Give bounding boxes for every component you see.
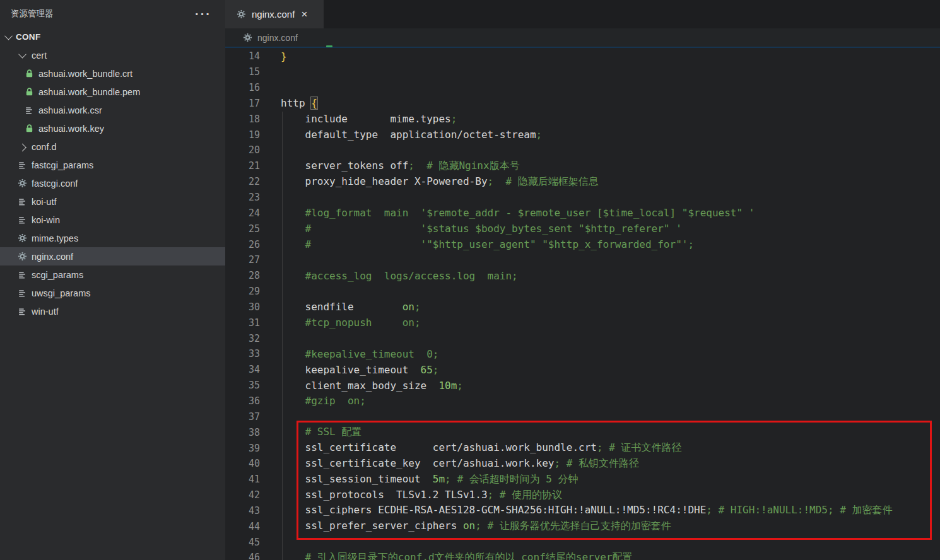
code-line-24[interactable]: 24 #log_format main '$remote_addr - $rem…: [225, 205, 940, 221]
line-number: 26: [225, 239, 260, 250]
tree-item-koi-win[interactable]: koi-win: [0, 211, 225, 229]
line-content: sendfile on;: [260, 301, 421, 313]
line-content: #tcp_nopush on;: [260, 317, 421, 329]
tree-item-label: mime.types: [32, 233, 78, 243]
code-line-19[interactable]: 19 default_type application/octet-stream…: [225, 127, 940, 143]
close-icon[interactable]: ×: [301, 9, 307, 20]
code-area[interactable]: 14}151617http {18 include mime.types;19 …: [225, 49, 940, 560]
tree-item-cert[interactable]: cert: [0, 46, 225, 64]
line-content: #access_log logs/access.log main;: [260, 270, 518, 282]
file-icon: [24, 105, 34, 115]
line-content: #log_format main '$remote_addr - $remote…: [260, 207, 755, 219]
tree-item-ashuai-work-bundle-crt[interactable]: ashuai.work_bundle.crt: [0, 64, 225, 83]
line-number: 23: [225, 192, 260, 203]
code-line-25[interactable]: 25 # '$status $body_bytes_sent "$http_re…: [225, 221, 940, 236]
code-line-15[interactable]: 15: [225, 64, 940, 80]
code-line-27[interactable]: 27: [225, 252, 940, 268]
line-number: 15: [225, 66, 260, 78]
line-number: 28: [225, 270, 260, 281]
line-content: proxy_hide_header X-Powered-By; # 隐藏后端框架…: [260, 175, 599, 189]
tree-root-conf[interactable]: CONF: [0, 28, 225, 46]
indent-guide: [282, 112, 283, 560]
tree-item-ashuai-work-key[interactable]: ashuai.work.key: [0, 119, 225, 137]
code-line-37[interactable]: 37: [225, 409, 940, 424]
line-content: # '"$http_user_agent" "$http_x_forwarded…: [260, 238, 694, 250]
code-line-28[interactable]: 28 #access_log logs/access.log main;: [225, 268, 940, 284]
line-content: ssl_session_timeout 5m; # 会话超时时间为 5 分钟: [260, 473, 579, 486]
tree-item-mime-types[interactable]: mime.types: [0, 229, 225, 247]
code-line-21[interactable]: 21 server_tokens off; # 隐藏Nginx版本号: [225, 158, 940, 174]
line-content: client_max_body_size 10m;: [260, 380, 463, 392]
vscode-window: 资源管理器 ··· CONF certashuai.work_bundle.cr…: [0, 0, 940, 560]
tree-item-ashuai-work-bundle-pem[interactable]: ashuai.work_bundle.pem: [0, 83, 225, 101]
line-content: ssl_protocols TLSv1.2 TLSv1.3; # 使用的协议: [260, 489, 562, 502]
more-actions-icon[interactable]: ···: [195, 11, 211, 17]
line-number: 38: [225, 427, 260, 438]
tree-item-nginx-conf[interactable]: nginx.conf: [0, 247, 225, 265]
tree-item-fastcgi-params[interactable]: fastcgi_params: [0, 156, 225, 174]
file-icon: [17, 160, 27, 170]
gear-icon: [17, 178, 27, 189]
tree-item-label: ashuai.work.csr: [38, 105, 102, 115]
tab-nginx-conf[interactable]: nginx.conf ×: [225, 0, 324, 28]
tree-item-label: nginx.conf: [32, 252, 73, 262]
line-number: 32: [225, 333, 260, 344]
code-line-33[interactable]: 33 #keepalive_timeout 0;: [225, 346, 940, 362]
code-line-14[interactable]: 14}: [225, 49, 940, 64]
tree-item-label: ashuai.work_bundle.crt: [38, 69, 132, 79]
code-line-26[interactable]: 26 # '"$http_user_agent" "$http_x_forwar…: [225, 236, 940, 252]
line-content: }: [260, 50, 287, 62]
tree-item-uwsgi-params[interactable]: uwsgi_params: [0, 284, 225, 302]
line-content: ssl_certificate cert/ashuai.work_bundle.…: [260, 441, 681, 455]
chevron-down-icon: [17, 50, 27, 61]
line-content: default_type application/octet-stream;: [260, 129, 542, 141]
tree-item-koi-utf[interactable]: koi-utf: [0, 192, 225, 211]
code-line-34[interactable]: 34 keepalive_timeout 65;: [225, 362, 940, 378]
tree-item-ashuai-work-csr[interactable]: ashuai.work.csr: [0, 101, 225, 119]
line-number: 44: [225, 521, 260, 532]
tree-item-win-utf[interactable]: win-utf: [0, 302, 225, 320]
code-line-16[interactable]: 16: [225, 80, 940, 96]
breadcrumb[interactable]: nginx.conf: [225, 28, 940, 48]
tree-item-conf-d[interactable]: conf.d: [0, 137, 225, 156]
line-content: keepalive_timeout 65;: [260, 364, 438, 376]
code-line-36[interactable]: 36 #gzip on;: [225, 394, 940, 409]
line-content: ssl_certificate_key cert/ashuai.work.key…: [260, 457, 639, 470]
editor-pane: nginx.conf × nginx.conf 14}151617http {1…: [225, 0, 940, 560]
code-line-46[interactable]: 46 # 引入同级目录下的conf.d文件夹的所有的以 conf结尾的serve…: [225, 550, 940, 560]
tree-item-label: cert: [32, 50, 47, 61]
code-line-32[interactable]: 32: [225, 330, 940, 346]
code-line-38[interactable]: 38 # SSL 配置: [225, 424, 940, 440]
line-content: ssl_prefer_server_ciphers on; # 让服务器优先选择…: [260, 520, 671, 533]
code-line-42[interactable]: 42 ssl_protocols TLSv1.2 TLSv1.3; # 使用的协…: [225, 487, 940, 503]
line-number: 39: [225, 443, 260, 454]
code-line-23[interactable]: 23: [225, 190, 940, 206]
file-icon: [17, 288, 27, 298]
code-line-35[interactable]: 35 client_max_body_size 10m;: [225, 378, 940, 394]
tree-item-fastcgi-conf[interactable]: fastcgi.conf: [0, 174, 225, 192]
line-number: 45: [225, 537, 260, 548]
code-line-29[interactable]: 29: [225, 284, 940, 300]
code-line-41[interactable]: 41 ssl_session_timeout 5m; # 会话超时时间为 5 分…: [225, 472, 940, 487]
code-line-40[interactable]: 40 ssl_certificate_key cert/ashuai.work.…: [225, 456, 940, 472]
code-line-45[interactable]: 45: [225, 534, 940, 550]
code-line-20[interactable]: 20: [225, 143, 940, 158]
code-line-22[interactable]: 22 proxy_hide_header X-Powered-By; # 隐藏后…: [225, 174, 940, 190]
explorer-title: 资源管理器: [11, 8, 54, 20]
file-icon: [17, 306, 27, 317]
tree-item-label: fastcgi_params: [32, 160, 93, 170]
code-line-30[interactable]: 30 sendfile on;: [225, 300, 940, 315]
tree-item-label: koi-utf: [32, 197, 57, 207]
code-line-44[interactable]: 44 ssl_prefer_server_ciphers on; # 让服务器优…: [225, 518, 940, 534]
code-line-18[interactable]: 18 include mime.types;: [225, 111, 940, 127]
code-line-17[interactable]: 17http {: [225, 96, 940, 112]
line-content: http {: [260, 97, 317, 109]
tree-item-label: fastcgi.conf: [32, 178, 78, 189]
code-line-39[interactable]: 39 ssl_certificate cert/ashuai.work_bund…: [225, 440, 940, 456]
tree-item-label: koi-win: [32, 215, 60, 225]
line-number: 25: [225, 223, 260, 235]
code-line-43[interactable]: 43 ssl_ciphers ECDHE-RSA-AES128-GCM-SHA2…: [225, 503, 940, 518]
tree-item-scgi-params[interactable]: scgi_params: [0, 265, 225, 284]
tree-item-label: win-utf: [32, 306, 59, 317]
code-line-31[interactable]: 31 #tcp_nopush on;: [225, 315, 940, 330]
